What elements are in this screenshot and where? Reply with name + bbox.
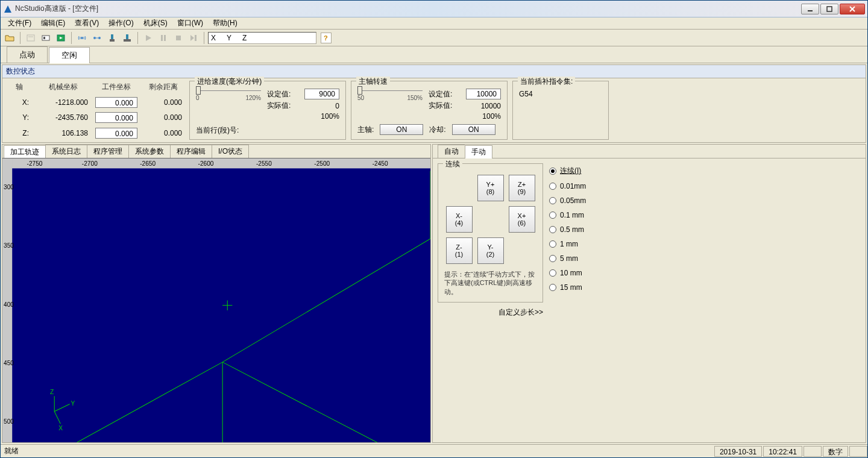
- left-tabstrip: 加工轨迹 系统日志 程序管理 系统参数 程序编辑 I/O状态: [2, 145, 430, 158]
- tab-iostatus[interactable]: I/O状态: [212, 145, 249, 158]
- svg-rect-29: [2, 158, 12, 442]
- coord-z-label: Z: [242, 34, 247, 42]
- svg-text:-2750: -2750: [27, 160, 43, 167]
- tab-manual[interactable]: 手动: [465, 145, 492, 158]
- open-icon[interactable]: [3, 31, 16, 45]
- jog-y-plus[interactable]: Y+(8): [477, 175, 504, 201]
- axis-x-machine: -1218.000: [36, 98, 90, 107]
- feed-slider[interactable]: [196, 87, 261, 93]
- svg-text:-2600: -2600: [198, 160, 214, 167]
- svg-marker-24: [190, 35, 194, 41]
- svg-text:400: 400: [4, 301, 14, 308]
- spindle-slider[interactable]: [357, 87, 423, 93]
- jog-x-minus[interactable]: X-(4): [446, 206, 473, 233]
- svg-text:-2700: -2700: [82, 160, 98, 167]
- feed-group: 进给速度(毫米/分钟) 0 120% 设定值:9000: [189, 81, 346, 140]
- svg-text:X: X: [58, 424, 63, 431]
- app-window: NcStudio高速版 - [空文件] 文件(F) 编辑(E) 查看(V) 操作…: [0, 0, 868, 458]
- menu-file[interactable]: 文件(F): [3, 17, 36, 29]
- svg-point-14: [98, 37, 101, 39]
- radio-01[interactable]: 0.1 mm: [549, 211, 586, 219]
- svg-rect-28: [2, 158, 430, 168]
- radio-5[interactable]: 5 mm: [549, 254, 586, 263]
- pause-icon[interactable]: [157, 31, 170, 45]
- svg-rect-18: [126, 34, 128, 39]
- close-button[interactable]: [840, 4, 865, 14]
- axis-y-work[interactable]: 0.000: [95, 112, 137, 123]
- nc-status-title: 数控状态: [2, 65, 866, 78]
- spindle-main-label: 主轴:: [357, 125, 374, 135]
- spindle-group: 主轴转速 50 150% 设定值:10000 实: [351, 81, 508, 140]
- feed-line-label: 当前行(段)号:: [196, 125, 339, 136]
- tb-btn-6[interactable]: [90, 31, 104, 45]
- spindle-on-button[interactable]: ON: [380, 124, 423, 135]
- jog-z-plus[interactable]: Z+(9): [509, 175, 535, 201]
- radio-10[interactable]: 10 mm: [549, 269, 586, 277]
- tb-btn-7[interactable]: [105, 31, 119, 45]
- feed-set-value[interactable]: 9000: [304, 89, 339, 99]
- menu-edit[interactable]: 编辑(E): [36, 17, 70, 29]
- axis-x-work[interactable]: 0.000: [95, 97, 137, 108]
- step-icon[interactable]: [187, 31, 200, 45]
- tab-sysparam[interactable]: 系统参数: [128, 145, 170, 158]
- step-radio-group: 连续(I) 0.01mm 0.05mm 0.1 mm 0.5 mm 1 mm 5…: [549, 163, 586, 438]
- feed-legend: 进给速度(毫米/分钟): [195, 77, 264, 87]
- svg-text:Z: Z: [50, 389, 54, 395]
- menu-machine[interactable]: 机床(S): [139, 17, 172, 29]
- tab-progedit[interactable]: 程序编辑: [170, 145, 212, 158]
- jog-y-minus[interactable]: Y-(2): [477, 237, 504, 264]
- axis-z-work[interactable]: 0.000: [95, 128, 137, 139]
- radio-continuous[interactable]: 连续(I): [549, 166, 586, 176]
- titlebar: NcStudio高速版 - [空文件]: [1, 1, 867, 17]
- svg-text:500: 500: [4, 418, 14, 425]
- radio-001[interactable]: 0.01mm: [549, 182, 586, 190]
- trajectory-view[interactable]: -2750 -2700 -2650 -2600 -2550 -2500 -245…: [2, 158, 430, 442]
- signal-icon[interactable]: [75, 31, 89, 45]
- tab-trajectory[interactable]: 加工轨迹: [4, 145, 45, 158]
- stop-icon[interactable]: [172, 31, 185, 45]
- svg-text:-2650: -2650: [140, 160, 156, 167]
- tb-btn-2[interactable]: [24, 31, 37, 45]
- jog-x-plus[interactable]: X+(6): [509, 206, 535, 233]
- play-icon[interactable]: [142, 31, 155, 45]
- menu-window[interactable]: 窗口(W): [172, 17, 208, 29]
- menu-operate[interactable]: 操作(O): [104, 17, 138, 29]
- radio-005[interactable]: 0.05mm: [549, 196, 586, 205]
- spindle-set-label: 设定值:: [429, 89, 452, 99]
- svg-rect-8: [42, 36, 49, 40]
- help-icon[interactable]: ?: [321, 33, 332, 43]
- radio-15[interactable]: 15 mm: [549, 283, 586, 292]
- tab-auto[interactable]: 自动: [438, 145, 465, 158]
- spindle-set-value[interactable]: 10000: [466, 89, 501, 99]
- axis-z-remain: 0.000: [142, 129, 184, 137]
- menu-help[interactable]: 帮助(H): [208, 17, 242, 29]
- feed-pct: 100%: [304, 112, 339, 121]
- custom-step-button[interactable]: 自定义步长>>: [438, 307, 543, 318]
- jog-z-minus[interactable]: Z-(1): [446, 237, 473, 264]
- minimize-button[interactable]: [801, 4, 819, 14]
- feed-scale-left: 0: [196, 95, 200, 101]
- spindle-act-label: 实际值:: [429, 101, 452, 111]
- mode-tab-jog[interactable]: 点动: [7, 46, 48, 63]
- tb-btn-8[interactable]: [121, 31, 134, 45]
- coolant-on-button[interactable]: ON: [452, 124, 495, 135]
- radio-05[interactable]: 0.5 mm: [549, 225, 586, 234]
- tb-btn-4[interactable]: [54, 31, 68, 45]
- feed-set-label: 设定值:: [267, 89, 291, 99]
- svg-rect-19: [124, 39, 131, 42]
- tb-btn-3[interactable]: [39, 31, 52, 45]
- svg-rect-1: [7, 10, 8, 13]
- tab-syslog[interactable]: 系统日志: [45, 145, 87, 158]
- spindle-scale-right: 150%: [407, 95, 423, 101]
- spindle-act-value: 10000: [466, 102, 501, 110]
- right-tabstrip: 自动 手动: [433, 145, 866, 158]
- svg-text:-2500: -2500: [314, 160, 330, 167]
- svg-text:300: 300: [4, 184, 14, 190]
- radio-1[interactable]: 1 mm: [549, 240, 586, 248]
- axis-x-label: X:: [7, 98, 31, 107]
- maximize-button[interactable]: [820, 4, 838, 14]
- menu-view[interactable]: 查看(V): [70, 17, 104, 29]
- mode-tab-idle[interactable]: 空闲: [49, 47, 90, 63]
- tab-progmgr[interactable]: 程序管理: [87, 145, 128, 158]
- axis-y-machine: -2435.760: [36, 113, 90, 122]
